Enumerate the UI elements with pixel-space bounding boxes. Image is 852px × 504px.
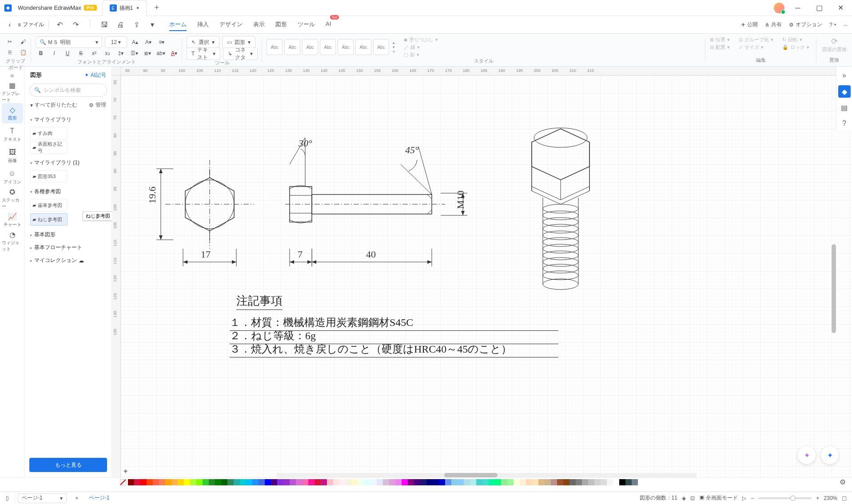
rail-shape[interactable]: ◇図形 [2,103,23,123]
format-painter[interactable]: 🖌 [18,36,28,47]
ai-fab-1[interactable]: ✦ [798,446,816,464]
style-item[interactable]: Abc [320,39,336,55]
color-swatch[interactable] [495,479,501,485]
color-swatch[interactable] [420,479,426,485]
color-swatch[interactable] [389,479,395,485]
rail-image[interactable]: 🖼画像 [2,146,23,166]
font-size-selector[interactable]: 12 ▾ [105,36,127,48]
color-swatch[interactable] [576,479,582,485]
symbol-search[interactable]: 🔍シンボルを検索 [29,83,107,97]
color-swatch[interactable] [302,479,308,485]
dim-40[interactable] [312,249,445,271]
section-basic-flow[interactable]: ▸基本フローチャート [25,241,111,254]
color-swatch[interactable] [613,479,619,485]
close-button[interactable]: ✕ [832,1,848,15]
color-swatch[interactable] [501,479,507,485]
connector-tool[interactable]: ↳ コネクタ ▾ [223,48,258,60]
right-page[interactable]: ▤ [838,101,851,114]
color-swatch[interactable] [433,479,439,485]
color-swatch[interactable] [514,479,520,485]
size-menu[interactable]: ⤢ サイズ ▾ [739,44,773,51]
section-mycollection[interactable]: ▸マイコレクション ☁ [25,254,111,267]
position-menu[interactable]: ⊞ 位置 ▾ [710,36,730,43]
color-swatch[interactable] [352,479,358,485]
back-button[interactable]: ‹ [4,19,16,31]
share-button[interactable]: ⋔共有 [765,21,782,28]
color-swatch[interactable] [321,479,327,485]
color-swatch[interactable] [619,479,625,485]
rail-icon[interactable]: ☺アイコン [2,167,23,187]
file-menu[interactable]: ≡ ファイル [18,21,44,28]
align-menu[interactable]: ≡▾ [156,37,167,48]
bolt-3d-view[interactable] [512,124,609,293]
text-transform[interactable]: ab▾ [155,48,166,59]
fill-menu[interactable]: ◆ 塗りつぶし ▾ [404,36,438,43]
tab-ai[interactable]: AIhot [326,19,331,31]
tab-view[interactable]: 表示 [253,19,265,31]
cut-button[interactable]: ✂ [4,36,15,47]
color-swatch[interactable] [632,479,638,485]
color-swatch[interactable] [140,479,147,485]
color-swatch[interactable] [221,479,227,485]
gallery-down[interactable]: ▾ [393,45,395,49]
rail-text[interactable]: Tテキスト [2,124,23,145]
color-swatch[interactable] [458,479,464,485]
manage-library[interactable]: ⚙ 管理 [89,101,106,109]
style-item[interactable]: Abc [338,39,354,55]
replace-shape-icon[interactable]: ⟳ [831,36,838,46]
color-swatch[interactable] [545,479,551,485]
text-tool[interactable]: T テキスト ▾ [187,48,220,60]
color-swatch[interactable] [464,479,470,485]
page-tab-1[interactable]: ページ-1 [84,494,114,502]
color-swatch[interactable] [364,479,370,485]
color-swatch[interactable] [551,479,557,485]
more-qat[interactable]: ▾ [146,19,159,31]
notes-title[interactable]: 注記事項 [236,293,283,310]
scrollbar-horizontal[interactable] [276,473,697,477]
color-swatch[interactable] [563,479,569,485]
note-3[interactable]: ３．焼入れ、焼き戻しのこと（硬度はHRC40～45のこと） [230,342,558,357]
zoom-value[interactable]: 230% [824,495,837,501]
shape-353[interactable]: ▰ 図形353 [30,170,68,183]
font-color[interactable]: A▾ [169,48,179,59]
color-swatch[interactable] [333,479,339,485]
color-swatch[interactable] [171,479,178,485]
color-swatch[interactable] [408,479,414,485]
copy-button[interactable]: ⎘ [4,47,15,58]
color-swatch[interactable] [594,479,601,485]
print-button[interactable]: 🖨 [114,19,127,31]
style-item[interactable]: Abc [284,39,300,55]
color-swatch[interactable] [439,479,445,485]
decrease-font[interactable]: A▾ [143,37,154,48]
shape-roughness[interactable]: ▰ 表面粗さ記号 [30,141,68,154]
rotate-menu[interactable]: ↻ 回転 ▾ [782,36,809,43]
color-swatch[interactable] [327,479,333,485]
color-swatch[interactable] [557,479,563,485]
collapse-all[interactable]: ▾ すべて折りたたむ [30,101,77,109]
underline-button[interactable]: U [62,48,73,59]
style-item[interactable]: Abc [355,39,371,55]
document-tab[interactable]: E 描画1 • [102,0,147,16]
color-swatch[interactable] [196,479,203,485]
superscript[interactable]: x² [89,48,100,59]
color-swatch[interactable] [159,479,165,485]
shadow-menu[interactable]: ▢ 影 ▾ [404,52,438,58]
strike-button[interactable]: S [76,48,86,59]
bullet-list[interactable]: ≣▾ [142,48,153,59]
color-swatch[interactable] [246,479,252,485]
color-swatch[interactable] [203,479,209,485]
distribute-menu[interactable]: ⊟ 配置 ▾ [710,44,730,51]
list-spacing[interactable]: ☰▾ [129,48,139,59]
new-tab-button[interactable]: + [150,3,163,12]
color-swatch[interactable] [240,479,246,485]
ruler-horizontal[interactable]: 8590951001051101151201251301351401451501… [121,67,852,75]
color-swatch[interactable] [339,479,346,485]
zoom-slider[interactable] [758,497,812,499]
help-button[interactable]: ?▾ [829,22,836,28]
canvas[interactable]: 19.6 17 [121,75,852,477]
rail-widget[interactable]: ◔ウィジェット [2,231,23,251]
color-swatch[interactable] [277,479,283,485]
minimize-button[interactable]: ─ [790,1,806,15]
section-basic-shape[interactable]: ▸基本図形 [25,228,111,241]
color-swatch[interactable] [470,479,476,485]
